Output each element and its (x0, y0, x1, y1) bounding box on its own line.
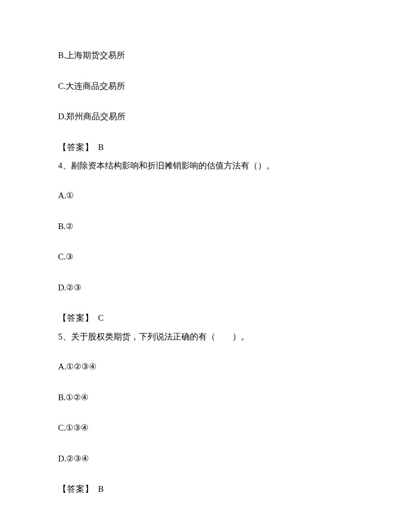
answer-value-q5: B (98, 484, 104, 494)
option-a-q5: A.①②③④ (58, 360, 353, 373)
question-stem-q5: 5、关于股权类期货，下列说法正确的有（ ）。 (58, 330, 353, 343)
answer-line-q5: 【答案】 B (58, 483, 353, 496)
answer-line-q3: 【答案】 B (58, 141, 353, 154)
answer-label-q4: 【答案】 (58, 313, 94, 323)
option-b-q3: B.上海期货交易所 (58, 49, 353, 62)
option-b-q4: B.② (58, 220, 353, 233)
document-page: B.上海期货交易所 C.大连商品交易所 D.郑州商品交易所 【答案】 B 4、剔… (0, 0, 411, 528)
option-d-q4: D.②③ (58, 281, 353, 294)
question-stem-q4: 4、剔除资本结构影响和折旧摊销影响的估值方法有（）。 (58, 159, 353, 172)
option-c-q5: C.①③④ (58, 422, 353, 435)
answer-value-q3: B (98, 142, 104, 152)
option-c-q4: C.③ (58, 251, 353, 264)
answer-line-q4: 【答案】 C (58, 312, 353, 325)
answer-value-q4: C (98, 313, 104, 323)
answer-label-q3: 【答案】 (58, 142, 94, 152)
option-b-q5: B.①②④ (58, 391, 353, 404)
option-d-q5: D.②③④ (58, 452, 353, 465)
option-c-q3: C.大连商品交易所 (58, 80, 353, 93)
option-d-q3: D.郑州商品交易所 (58, 110, 353, 123)
option-a-q4: A.① (58, 189, 353, 202)
answer-label-q5: 【答案】 (58, 484, 94, 494)
